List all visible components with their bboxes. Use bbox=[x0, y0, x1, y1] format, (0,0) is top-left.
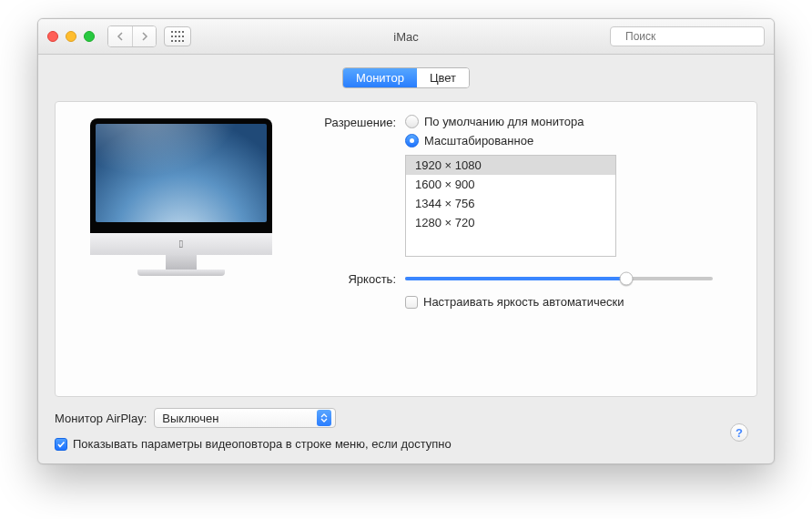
resolution-label: Разрешение: bbox=[298, 115, 405, 148]
imac-screen bbox=[96, 124, 267, 222]
tab-color[interactable]: Цвет bbox=[417, 68, 469, 87]
svg-rect-5 bbox=[175, 36, 177, 37]
minimize-window-button[interactable] bbox=[66, 31, 76, 42]
imac-stand-base bbox=[137, 270, 225, 276]
auto-brightness-label: Настраивать яркость автоматически bbox=[423, 295, 624, 309]
back-button[interactable] bbox=[108, 26, 132, 46]
resolution-option[interactable]: 1344 × 756 bbox=[406, 194, 615, 213]
display-preview:  bbox=[72, 115, 290, 385]
slider-thumb[interactable] bbox=[620, 272, 634, 286]
mirroring-row[interactable]: Показывать параметры видеоповтора в стро… bbox=[55, 437, 757, 451]
mirroring-label: Показывать параметры видеоповтора в стро… bbox=[73, 437, 452, 451]
svg-rect-7 bbox=[182, 36, 184, 37]
resolution-row: Разрешение: По умолчанию для монитора Ма… bbox=[298, 115, 740, 148]
brightness-slider[interactable] bbox=[405, 271, 713, 286]
radio-default[interactable] bbox=[405, 115, 419, 128]
forward-button[interactable] bbox=[132, 26, 156, 46]
brightness-label: Яркость: bbox=[298, 272, 405, 286]
imac-chin:  bbox=[90, 233, 272, 255]
checkmark-icon bbox=[56, 440, 66, 449]
prefs-window: iMac Монитор Цвет bbox=[37, 18, 775, 464]
svg-rect-1 bbox=[175, 31, 177, 33]
auto-brightness-row[interactable]: Настраивать яркость автоматически bbox=[405, 295, 740, 309]
bottom-area: Монитор AirPlay: Выключен Показывать пар… bbox=[55, 408, 757, 451]
chevron-left-icon bbox=[117, 32, 124, 41]
svg-rect-4 bbox=[171, 36, 173, 37]
radio-scaled-row[interactable]: Масштабированное bbox=[405, 134, 584, 148]
radio-scaled-label: Масштабированное bbox=[424, 134, 533, 148]
traffic-lights bbox=[47, 31, 95, 42]
chevron-right-icon bbox=[141, 32, 148, 41]
slider-fill bbox=[405, 277, 626, 280]
svg-rect-11 bbox=[182, 40, 184, 42]
panel-top:  Разрешение: По умолчанию для монито bbox=[72, 115, 740, 385]
nav-back-forward bbox=[107, 25, 157, 47]
imac-bezel bbox=[90, 118, 272, 233]
radio-default-row[interactable]: По умолчанию для монитора bbox=[405, 115, 584, 128]
window-body: Монитор Цвет  bbox=[38, 55, 774, 463]
titlebar: iMac bbox=[38, 19, 774, 55]
svg-rect-6 bbox=[178, 36, 180, 37]
svg-rect-10 bbox=[178, 40, 180, 42]
brightness-row: Яркость: bbox=[298, 271, 740, 286]
tab-group: Монитор Цвет bbox=[342, 67, 470, 88]
airplay-popup[interactable]: Выключен bbox=[154, 408, 336, 428]
resolution-list[interactable]: 1920 × 1080 1600 × 900 1344 × 756 1280 ×… bbox=[405, 155, 616, 257]
resolution-option[interactable]: 1280 × 720 bbox=[406, 213, 615, 232]
svg-rect-3 bbox=[182, 31, 184, 33]
airplay-value: Выключен bbox=[162, 412, 218, 425]
help-button[interactable]: ? bbox=[730, 423, 748, 442]
mirroring-checkbox[interactable] bbox=[55, 438, 67, 451]
resolution-option[interactable]: 1600 × 900 bbox=[406, 175, 615, 194]
popup-stepper-icon bbox=[317, 410, 331, 426]
search-input[interactable] bbox=[624, 29, 764, 44]
svg-rect-2 bbox=[178, 31, 180, 33]
svg-rect-8 bbox=[171, 40, 173, 42]
zoom-window-button[interactable] bbox=[84, 31, 95, 42]
imac-illustration:  bbox=[90, 118, 272, 276]
tab-monitor[interactable]: Монитор bbox=[343, 68, 417, 87]
radio-scaled[interactable] bbox=[405, 134, 419, 148]
resolution-radios: По умолчанию для монитора Масштабированн… bbox=[405, 115, 584, 148]
airplay-label: Монитор AirPlay: bbox=[55, 412, 147, 425]
search-field[interactable] bbox=[610, 26, 765, 46]
radio-default-label: По умолчанию для монитора bbox=[424, 115, 584, 128]
svg-rect-9 bbox=[175, 40, 177, 42]
close-window-button[interactable] bbox=[47, 31, 58, 42]
imac-stand-neck bbox=[166, 255, 197, 270]
airplay-row: Монитор AirPlay: Выключен bbox=[55, 408, 757, 428]
monitor-panel:  Разрешение: По умолчанию для монито bbox=[55, 101, 757, 397]
resolution-option[interactable]: 1920 × 1080 bbox=[406, 156, 615, 175]
show-all-button[interactable] bbox=[164, 26, 191, 46]
auto-brightness-checkbox[interactable] bbox=[405, 296, 418, 309]
svg-rect-0 bbox=[171, 31, 173, 33]
display-controls: Разрешение: По умолчанию для монитора Ма… bbox=[290, 115, 740, 385]
grid-icon bbox=[171, 31, 184, 42]
apple-logo-icon:  bbox=[179, 238, 183, 250]
